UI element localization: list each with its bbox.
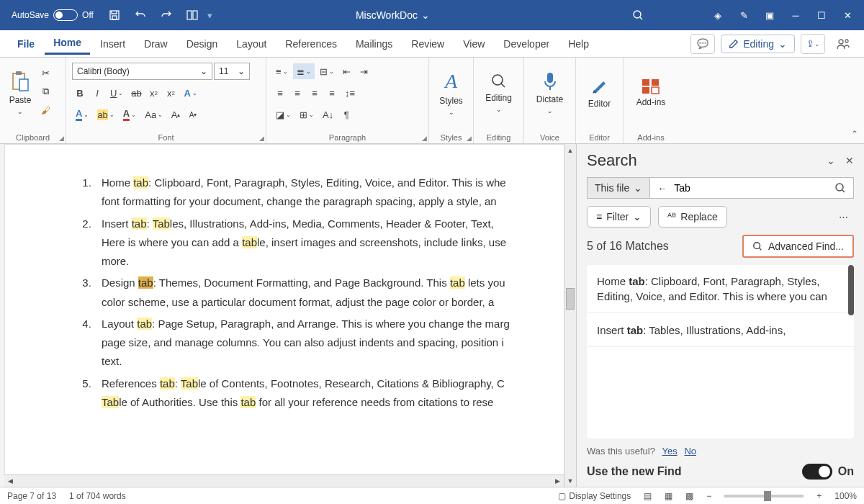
focus-mode-icon[interactable]: ▤ [644,491,652,501]
tab-developer[interactable]: Developer [495,34,558,54]
tab-references[interactable]: References [276,34,346,54]
print-layout-icon[interactable]: ▦ [665,491,672,501]
scroll-down-icon[interactable]: ▼ [564,474,576,487]
collapse-ribbon-icon[interactable]: ⌃ [851,129,858,139]
tab-layout[interactable]: Layout [228,34,275,54]
sort-icon[interactable]: A↓ [319,107,337,122]
zoom-in-icon[interactable]: + [816,491,822,501]
numbering-icon[interactable]: ≣ ⌄ [293,63,315,79]
align-right-icon[interactable]: ≡ [307,85,323,101]
tab-view[interactable]: View [454,34,493,54]
borders-icon[interactable]: ⊞ ⌄ [296,107,318,122]
bullets-icon[interactable]: ≡ ⌄ [272,63,292,79]
decrease-indent-icon[interactable]: ⇤ [339,63,355,79]
save-icon[interactable] [104,5,125,25]
tab-review[interactable]: Review [402,34,453,54]
more-options-icon[interactable]: ⋯ [833,209,854,225]
editor-button[interactable]: Editor [582,60,617,125]
tab-file[interactable]: File [9,34,43,54]
bold-icon[interactable]: B [72,85,88,101]
show-marks-icon[interactable]: ¶ [338,107,354,122]
title-search[interactable] [573,9,703,21]
search-icon[interactable] [834,182,846,194]
underline-icon[interactable]: U ⌄ [107,85,127,101]
line-spacing-icon[interactable]: ↕≡ [341,85,359,101]
scroll-thumb[interactable] [566,288,575,310]
window-icon[interactable]: ▣ [759,5,780,25]
diamond-icon[interactable]: ◈ [707,5,729,25]
tab-help[interactable]: Help [559,34,598,54]
font-size-combo[interactable]: 11⌄ [214,63,250,80]
shading-icon[interactable]: ◪ ⌄ [272,107,294,122]
shrink-font-icon[interactable]: A▾ [185,107,201,122]
change-case-icon[interactable]: Aa ⌄ [141,107,166,122]
cut-icon[interactable]: ✂ [37,65,53,81]
addins-button[interactable]: Add-ins [629,60,672,125]
vertical-scrollbar[interactable]: ▲ ▼ [564,144,576,487]
new-find-toggle[interactable] [802,464,832,480]
results-scrollbar[interactable] [848,265,854,315]
search-result-item[interactable]: Insert tab: Tables, Illustrations, Add-i… [587,314,854,347]
italic-icon[interactable]: I [89,85,105,101]
multilevel-icon[interactable]: ⊟ ⌄ [316,63,338,79]
advanced-find-button[interactable]: Advanced Find... [742,235,854,258]
dialog-launcher-icon[interactable]: ◢ [422,135,427,142]
word-count[interactable]: 1 of 704 words [69,491,126,501]
superscript-icon[interactable]: x2 [163,85,179,101]
back-arrow-icon[interactable]: ← [657,183,667,194]
toggle-off-icon[interactable] [53,9,78,21]
grow-font-icon[interactable]: A▴ [168,107,184,122]
comments-button[interactable]: 💬 [690,34,715,54]
search-scope-dropdown[interactable]: This file ⌄ [587,177,649,199]
highlight-icon[interactable]: ab ⌄ [94,107,117,122]
tab-mailings[interactable]: Mailings [347,34,401,54]
redo-icon[interactable] [156,5,177,25]
scroll-right-icon[interactable]: ▶ [552,475,564,487]
share-button[interactable]: ⇪ ⌄ [801,34,825,54]
search-result-item[interactable]: Home tab: Clipboard, Font, Paragraph, St… [587,265,854,313]
editing-button[interactable]: Editing⌄ [480,60,518,125]
quick-access-icon[interactable] [181,5,203,25]
align-center-icon[interactable]: ≡ [289,85,305,101]
search-input[interactable] [674,182,827,194]
replace-button[interactable]: ᴬᴮReplace [658,206,726,228]
document-title[interactable]: MiscWorkDoc ⌄ [217,9,569,21]
filter-button[interactable]: ≡Filter ⌄ [587,206,651,228]
tab-home[interactable]: Home [45,32,90,55]
page-indicator[interactable]: Page 7 of 13 [7,491,56,501]
tab-design[interactable]: Design [178,34,227,54]
horizontal-scrollbar[interactable]: ◀ ▶ [4,474,564,487]
zoom-out-icon[interactable]: − [706,491,711,501]
text-effects-icon[interactable]: A ⌄ [180,85,200,101]
paste-button[interactable]: Paste ⌄ [6,60,35,125]
feedback-yes-link[interactable]: Yes [662,446,678,456]
close-button[interactable]: ✕ [837,5,858,25]
web-layout-icon[interactable]: ▩ [685,491,693,501]
zoom-level[interactable]: 100% [834,491,857,501]
account-icon[interactable] [831,34,855,54]
font-color2-icon[interactable]: A ⌄ [120,107,140,122]
scroll-left-icon[interactable]: ◀ [4,475,17,487]
minimize-button[interactable]: ─ [785,5,806,25]
copy-icon[interactable]: ⧉ [37,84,53,99]
strikethrough-icon[interactable]: ab [128,85,144,101]
tab-draw[interactable]: Draw [135,34,176,54]
dialog-launcher-icon[interactable]: ◢ [59,135,64,142]
feedback-no-link[interactable]: No [684,446,696,456]
dialog-launcher-icon[interactable]: ◢ [259,135,264,142]
format-painter-icon[interactable]: 🖌 [37,102,53,118]
dictate-button[interactable]: Dictate⌄ [530,60,570,125]
font-family-combo[interactable]: Calibri (Body)⌄ [72,63,212,80]
maximize-button[interactable]: ☐ [811,5,832,25]
justify-icon[interactable]: ≡ [324,85,340,101]
zoom-slider[interactable] [724,495,804,498]
subscript-icon[interactable]: x2 [145,85,161,101]
font-color-icon[interactable]: A ⌄ [72,107,92,122]
dialog-launcher-icon[interactable]: ◢ [467,135,472,142]
increase-indent-icon[interactable]: ⇥ [356,63,372,79]
autosave-switch[interactable]: AutoSave Off [12,9,94,21]
tab-insert[interactable]: Insert [91,34,134,54]
chevron-down-icon[interactable]: ⌄ [827,155,835,166]
close-icon[interactable]: ✕ [845,155,854,166]
align-left-icon[interactable]: ≡ [272,85,288,101]
